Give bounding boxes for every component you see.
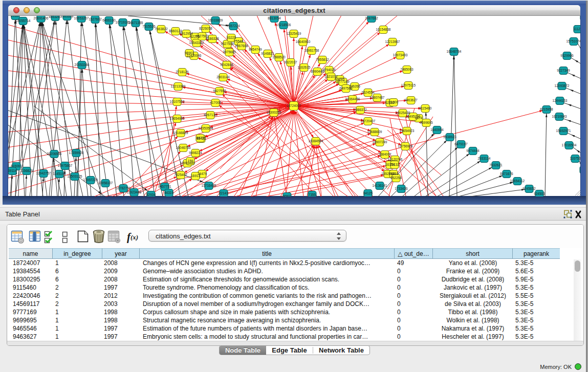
- svg-text:5938923: 5938923: [443, 135, 456, 139]
- svg-text:16120746: 16120746: [388, 158, 403, 161]
- svg-text:15692971: 15692971: [556, 129, 571, 133]
- svg-text:9463627: 9463627: [404, 98, 418, 102]
- svg-text:10654112: 10654112: [510, 179, 525, 183]
- svg-text:8990448: 8990448: [311, 70, 324, 73]
- svg-text:7986372: 7986372: [354, 108, 367, 112]
- svg-text:17016504: 17016504: [562, 143, 577, 147]
- svg-text:9699695: 9699695: [420, 121, 433, 124]
- svg-text:12213389: 12213389: [171, 84, 186, 88]
- svg-text:20557: 20557: [11, 16, 20, 17]
- svg-text:15716485: 15716485: [202, 184, 216, 187]
- svg-text:7485063: 7485063: [400, 68, 413, 71]
- svg-text:18724007: 18724007: [287, 104, 301, 107]
- svg-text:74851: 74851: [389, 172, 398, 176]
- svg-text:6479197: 6479197: [454, 142, 468, 146]
- svg-text:93225: 93225: [227, 36, 236, 39]
- svg-text:44319: 44319: [164, 191, 173, 194]
- svg-text:8267130: 8267130: [204, 113, 217, 117]
- svg-text:6497568: 6497568: [339, 86, 353, 90]
- svg-text:15751074: 15751074: [567, 39, 580, 43]
- svg-text:(x): (x): [130, 233, 138, 241]
- svg-text:9245652: 9245652: [522, 187, 536, 190]
- svg-text:116753: 116753: [570, 157, 580, 160]
- svg-text:12353594: 12353594: [199, 126, 213, 130]
- svg-text:16648784: 16648784: [447, 50, 462, 53]
- svg-text:20364456: 20364456: [345, 97, 360, 101]
- svg-text:16210643: 16210643: [552, 115, 567, 118]
- svg-text:1156829: 1156829: [20, 169, 33, 172]
- svg-text:20691406: 20691406: [34, 16, 49, 20]
- svg-text:8471676: 8471676: [500, 172, 513, 176]
- svg-text:16033809: 16033809: [208, 18, 223, 22]
- svg-text:12093872: 12093872: [555, 84, 570, 87]
- svg-text:9427552: 9427552: [213, 89, 226, 93]
- svg-text:16913: 16913: [191, 174, 200, 178]
- svg-text:9457751: 9457751: [158, 185, 171, 188]
- svg-text:924503: 924503: [534, 192, 545, 195]
- svg-text:20053346: 20053346: [75, 63, 90, 67]
- svg-text:2803144: 2803144: [216, 75, 230, 79]
- svg-text:10688609: 10688609: [367, 130, 382, 134]
- svg-text:1145194: 1145194: [53, 172, 66, 176]
- svg-text:12503135: 12503135: [68, 174, 82, 178]
- svg-text:7355: 7355: [309, 193, 316, 196]
- svg-text:7515526: 7515526: [142, 25, 156, 28]
- svg-text:7625402: 7625402: [174, 173, 187, 177]
- svg-text:17359928: 17359928: [69, 151, 84, 155]
- svg-text:1162615: 1162615: [298, 65, 311, 69]
- svg-text:7357224: 7357224: [227, 24, 240, 28]
- svg-text:12444153: 12444153: [553, 99, 568, 102]
- svg-text:16543382: 16543382: [189, 41, 204, 45]
- svg-text:8226058: 8226058: [199, 27, 212, 30]
- svg-text:9498224: 9498224: [189, 151, 202, 155]
- svg-text:20206556: 20206556: [47, 152, 62, 156]
- svg-text:9227349: 9227349: [557, 69, 570, 72]
- svg-text:9146821: 9146821: [261, 52, 274, 55]
- svg-text:2967608: 2967608: [235, 44, 248, 48]
- svg-text:3684007: 3684007: [378, 152, 391, 156]
- svg-text:19654985: 19654985: [170, 117, 185, 120]
- svg-text:8563: 8563: [284, 194, 291, 196]
- svg-text:12325419: 12325419: [287, 32, 301, 35]
- svg-text:9322037: 9322037: [284, 60, 297, 64]
- svg-text:10958107: 10958107: [98, 181, 113, 185]
- svg-text:19384554: 19384554: [309, 139, 323, 143]
- svg-text:9327508: 9327508: [221, 42, 234, 46]
- svg-text:1065328: 1065328: [60, 16, 74, 18]
- svg-text:16640910: 16640910: [296, 40, 311, 43]
- svg-text:82934: 82934: [146, 193, 156, 196]
- svg-text:21600: 21600: [389, 100, 398, 104]
- svg-text:9115460: 9115460: [419, 106, 432, 110]
- svg-text:12213967: 12213967: [385, 40, 400, 43]
- svg-text:10025438: 10025438: [396, 111, 410, 115]
- svg-text:10107553: 10107553: [170, 100, 185, 103]
- svg-text:9242848: 9242848: [220, 63, 233, 67]
- svg-text:19654923: 19654923: [400, 129, 415, 133]
- svg-text:75132: 75132: [390, 163, 399, 166]
- svg-text:8813054: 8813054: [268, 16, 281, 20]
- svg-text:19166825: 19166825: [173, 131, 188, 135]
- svg-text:22143: 22143: [219, 191, 228, 195]
- svg-text:8215958: 8215958: [540, 107, 553, 111]
- svg-text:1640954: 1640954: [430, 128, 444, 132]
- svg-text:2087682: 2087682: [365, 16, 378, 20]
- svg-text:12975115: 12975115: [401, 83, 416, 87]
- svg-text:8873: 8873: [197, 136, 204, 140]
- svg-text:2718126: 2718126: [176, 70, 189, 74]
- svg-text:16782759: 16782759: [116, 186, 131, 190]
- svg-text:8553267: 8553267: [49, 16, 62, 18]
- svg-text:18907249: 18907249: [373, 140, 387, 144]
- svg-text:11123: 11123: [573, 27, 580, 31]
- svg-text:64125: 64125: [363, 191, 373, 195]
- svg-text:3975685: 3975685: [223, 50, 236, 54]
- svg-text:14136141: 14136141: [373, 184, 387, 187]
- svg-text:9329966: 9329966: [560, 54, 574, 57]
- svg-text:7663822: 7663822: [155, 27, 168, 31]
- svg-text:10807487: 10807487: [370, 96, 385, 99]
- svg-text:16671355: 16671355: [128, 21, 143, 25]
- svg-text:15720407: 15720407: [361, 119, 376, 123]
- svg-text:17957225: 17957225: [83, 178, 98, 182]
- svg-text:18300295: 18300295: [267, 111, 281, 114]
- svg-text:8186328: 8186328: [206, 37, 219, 40]
- svg-text:14055714: 14055714: [16, 19, 31, 23]
